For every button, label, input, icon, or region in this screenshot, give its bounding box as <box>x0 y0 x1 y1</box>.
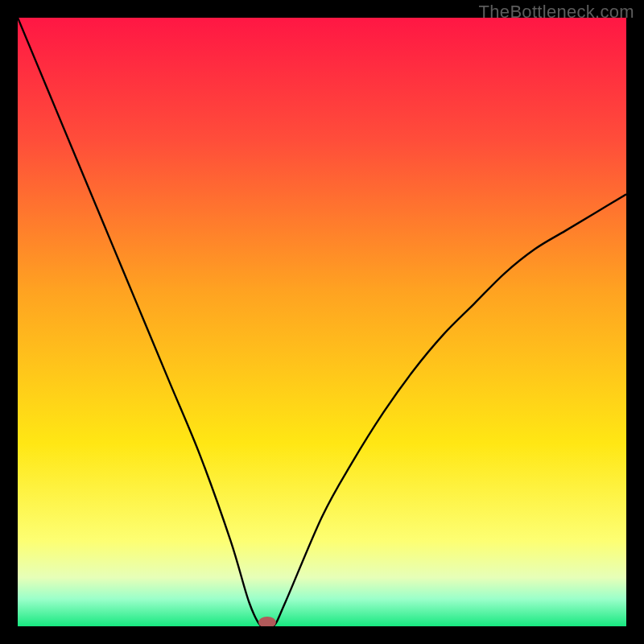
gradient-background <box>18 18 626 626</box>
bottleneck-chart <box>18 18 626 626</box>
chart-frame: TheBottleneck.com <box>0 0 644 644</box>
plot-area <box>18 18 626 626</box>
watermark-text: TheBottleneck.com <box>479 2 634 23</box>
